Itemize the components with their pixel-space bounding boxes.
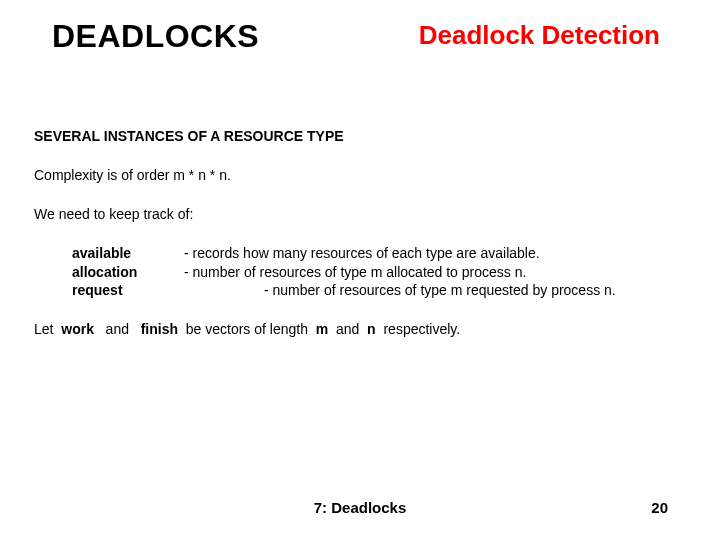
definitions-block: available - records how many resources o… xyxy=(72,244,686,301)
and2-word: and xyxy=(336,321,359,337)
definition-row: allocation - number of resources of type… xyxy=(72,263,686,282)
rest-text: be vectors of length xyxy=(186,321,308,337)
definition-row: available - records how many resources o… xyxy=(72,244,686,263)
let-word: Let xyxy=(34,321,53,337)
desc-available: - records how many resources of each typ… xyxy=(184,244,686,263)
slide-body: SEVERAL INSTANCES OF A RESOURCE TYPE Com… xyxy=(0,127,720,339)
n-var: n xyxy=(367,321,376,337)
complexity-text: Complexity is of order m * n * n. xyxy=(34,166,686,185)
desc-request: - number of resources of type m requeste… xyxy=(184,281,686,300)
and-word: and xyxy=(106,321,129,337)
work-word: work xyxy=(61,321,94,337)
term-request: request xyxy=(72,281,184,300)
slide-header: DEADLOCKS Deadlock Detection xyxy=(0,0,720,55)
m-var: m xyxy=(316,321,328,337)
term-allocation: allocation xyxy=(72,263,184,282)
slide: DEADLOCKS Deadlock Detection SEVERAL INS… xyxy=(0,0,720,540)
main-title: DEADLOCKS xyxy=(52,18,259,55)
finish-word: finish xyxy=(141,321,178,337)
slide-footer: 7: Deadlocks 20 xyxy=(0,499,720,516)
track-intro: We need to keep track of: xyxy=(34,205,686,224)
section-heading: SEVERAL INSTANCES OF A RESOURCE TYPE xyxy=(34,127,686,146)
tail-text: respectively. xyxy=(383,321,460,337)
footer-title: 7: Deadlocks xyxy=(314,499,407,516)
subtitle: Deadlock Detection xyxy=(419,20,660,51)
page-number: 20 xyxy=(651,499,668,516)
term-available: available xyxy=(72,244,184,263)
let-line: Let work and finish be vectors of length… xyxy=(34,320,686,339)
definition-row: request - number of resources of type m … xyxy=(72,281,686,300)
desc-allocation: - number of resources of type m allocate… xyxy=(184,263,686,282)
